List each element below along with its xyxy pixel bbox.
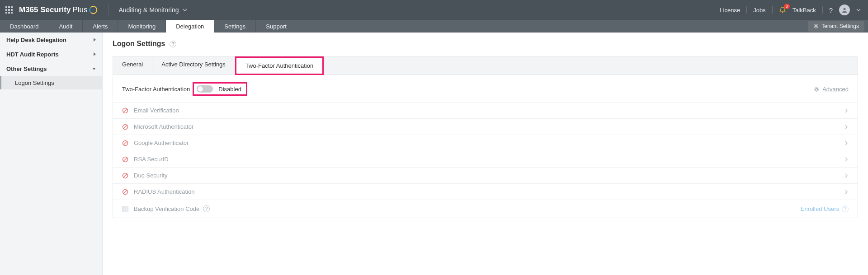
chevron-down-icon[interactable] [856,8,861,12]
subtab-general[interactable]: General [113,56,152,75]
settings-panel: General Active Directory Settings Two-Fa… [113,56,858,218]
advanced-link-area: Advanced [814,86,849,93]
disabled-icon [122,140,128,146]
section-dropdown[interactable]: Auditing & Monitoring [118,6,187,14]
chevron-right-icon [844,141,849,145]
page-title-row: Logon Settings ? [113,40,858,48]
license-link[interactable]: License [720,7,740,14]
sidebar-item-label: Other Settings [6,65,47,72]
tfa-method-label: Email Verification [134,107,179,114]
tfa-toggle-switch[interactable] [197,85,213,93]
help-icon[interactable]: ? [203,205,210,212]
sidebar-item-label: Help Desk Delegation [6,37,66,43]
tenant-settings-button[interactable]: Tenant Settings [808,21,864,32]
tfa-method-row[interactable]: RSA SecurID [113,151,858,167]
tenant-settings-label: Tenant Settings [821,23,859,29]
tfa-method-label: Google Authenticator [134,140,189,146]
advanced-link[interactable]: Advanced [822,86,849,93]
enrolled-users-link[interactable]: Enrolled Users ? [801,205,849,212]
help-button[interactable]: ? [829,6,833,14]
chevron-right-icon [94,38,96,42]
tfa-method-label: RADIUS Authentication [134,188,194,195]
tfa-method-label: RSA SecurID [134,156,169,163]
disabled-icon [122,124,128,130]
svg-line-9 [123,141,127,145]
header-right: License Jobs 3 TalkBack ? [720,5,861,15]
sidebar-subitem-label: Logon Settings [15,79,54,86]
section-dropdown-label: Auditing & Monitoring [118,6,179,14]
backup-code-label: Backup Verification Code [134,205,199,212]
page-title: Logon Settings [113,40,165,48]
tfa-toggle-row: Two-Factor Authentication Disabled Advan… [113,75,858,102]
sidebar-item-other-settings[interactable]: Other Settings [0,61,102,76]
disabled-icon [122,156,128,163]
subtab-active-directory[interactable]: Active Directory Settings [152,56,235,75]
gear-icon [814,86,820,92]
help-icon[interactable]: ? [170,41,176,47]
svg-line-7 [123,125,127,129]
tfa-method-row[interactable]: RADIUS Authentication [113,183,858,200]
tab-spacer [297,20,808,33]
header-sep [822,6,823,14]
chevron-down-icon [183,8,187,12]
chevron-right-icon [94,52,96,56]
svg-point-3 [816,88,818,90]
main-tabs: Dashboard Audit Alerts Monitoring Delega… [0,20,868,33]
tfa-method-label: Microsoft Authenticator [134,123,193,130]
notification-badge: 3 [784,4,790,9]
tfa-method-label: Duo Security [134,172,167,179]
main-content: Logon Settings ? General Active Director… [103,33,868,275]
tfa-method-row[interactable]: Email Verification [113,102,858,118]
header-divider [108,5,108,15]
tfa-toggle-label: Two-Factor Authentication [122,86,190,93]
app-header: M365 Security Plus Auditing & Monitoring… [0,0,868,20]
tab-delegation[interactable]: Delegation [166,20,214,33]
tfa-toggle-highlight: Disabled [193,82,247,96]
svg-line-13 [123,174,127,177]
sidebar-item-help-desk-delegation[interactable]: Help Desk Delegation [0,33,102,47]
sidebar-subitem-logon-settings[interactable]: Logon Settings [0,76,102,89]
talkback-link[interactable]: TalkBack [793,7,816,14]
sidebar-item-hdt-audit-reports[interactable]: HDT Audit Reports [0,47,102,61]
disabled-icon [122,172,128,179]
sidebar-item-label: HDT Audit Reports [6,51,59,58]
disabled-icon [122,189,128,195]
tfa-method-row[interactable]: Google Authenticator [113,135,858,151]
subtab-two-factor-auth[interactable]: Two-Factor Authentication [235,56,324,75]
brand: M365 Security Plus [19,5,98,14]
brand-swoosh-icon [89,5,98,14]
svg-line-5 [123,109,127,112]
brand-prefix: M365 Security [19,5,71,14]
chevron-right-icon [844,125,849,129]
tfa-method-row[interactable]: Microsoft Authenticator [113,118,858,135]
enrolled-users-label: Enrolled Users [801,205,839,212]
disabled-icon [122,107,128,114]
tfa-method-row[interactable]: Duo Security [113,167,858,183]
tfa-toggle-state: Disabled [218,86,241,93]
user-icon [841,7,848,13]
jobs-link[interactable]: Jobs [753,7,765,14]
svg-point-2 [815,25,817,27]
tab-alerts[interactable]: Alerts [83,20,118,33]
chevron-right-icon [844,190,849,194]
help-icon[interactable]: ? [842,205,849,212]
user-avatar[interactable] [839,5,850,15]
subtabs: General Active Directory Settings Two-Fa… [113,56,858,75]
chevron-right-icon [844,157,849,162]
notifications-button[interactable]: 3 [779,6,786,14]
header-sep [746,6,747,14]
chevron-right-icon [844,173,849,178]
tab-support[interactable]: Support [256,20,297,33]
backup-code-checkbox[interactable] [122,206,128,212]
chevron-right-icon [844,108,849,113]
tab-settings[interactable]: Settings [214,20,256,33]
sidebar: Help Desk Delegation HDT Audit Reports O… [0,33,103,275]
svg-point-1 [844,8,846,10]
svg-line-11 [123,158,127,161]
tab-monitoring[interactable]: Monitoring [118,20,166,33]
tab-dashboard[interactable]: Dashboard [0,20,49,33]
apps-grid-icon[interactable] [5,6,13,14]
gear-icon [813,23,819,29]
tab-audit[interactable]: Audit [49,20,83,33]
svg-line-15 [123,190,127,194]
